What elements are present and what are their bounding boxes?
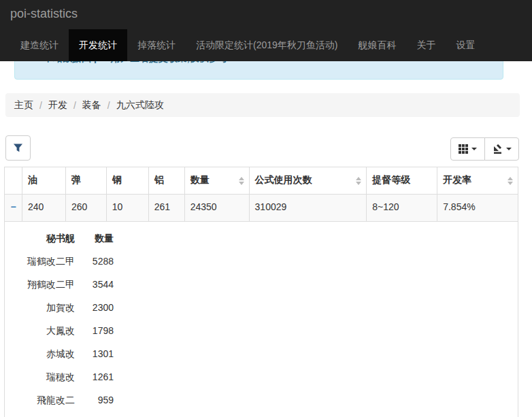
cell-recipe-uses: 310029	[249, 195, 367, 221]
column-header-hq-level: 提督等级	[366, 167, 437, 194]
collapse-row-toggle[interactable]: −	[5, 195, 22, 221]
breadcrumb-current-item: 九六式陸攻	[116, 99, 164, 112]
nav-item-drop[interactable]: 掉落统计	[127, 29, 186, 61]
nav-item-wiki[interactable]: 舰娘百科	[348, 29, 406, 61]
detail-row: 瑞穂改 1261	[6, 366, 512, 389]
columns-dropdown-button[interactable]	[450, 137, 485, 161]
export-icon	[493, 144, 503, 154]
nav-item-about[interactable]: 关于	[406, 29, 446, 61]
detail-ship-name: 瑞穂改	[6, 366, 75, 389]
detail-row: 瑞鶴改二甲 5288	[6, 250, 512, 273]
table-row: − 240 260 10 261 24350 310029 8~120 7.85…	[5, 194, 518, 221]
column-header-bauxite: 铝	[148, 167, 184, 194]
detail-row: 飛龍改二 959	[6, 389, 512, 412]
column-header-recipe-uses[interactable]: 公式使用次数	[249, 167, 367, 194]
column-header-fuel: 油	[22, 167, 65, 194]
detail-ship-name: 秋津洲改	[6, 412, 75, 417]
detail-header-row: 秘书舰 数量	[6, 227, 512, 250]
breadcrumb: 主页 / 开发 / 装备 / 九六式陸攻	[5, 93, 520, 117]
column-header-count[interactable]: 数量	[184, 167, 249, 194]
detail-header-count: 数量	[75, 227, 114, 250]
detail-row: 赤城改 1301	[6, 343, 512, 366]
detail-ship-count: 1301	[75, 343, 114, 366]
column-header-steel: 钢	[106, 167, 148, 194]
sort-icon[interactable]	[239, 177, 244, 185]
main-nav: 建造统计 开发统计 掉落统计 活动限定统计(2019年秋刀鱼活动) 舰娘百科 关…	[10, 29, 485, 61]
column-header-dev-rate[interactable]: 开发率	[437, 167, 518, 194]
cell-hq-level: 8~120	[366, 195, 437, 221]
nav-item-development[interactable]: 开发统计	[69, 29, 127, 61]
detail-row: 大鳳改 1798	[6, 320, 512, 343]
cell-bauxite: 261	[148, 195, 184, 221]
detail-ship-name: 赤城改	[6, 343, 75, 366]
cell-fuel: 240	[22, 195, 65, 221]
detail-ship-name: 瑞鶴改二甲	[6, 250, 75, 273]
chevron-down-icon	[471, 148, 477, 150]
grid-icon	[459, 144, 468, 154]
funnel-icon	[13, 143, 23, 153]
filter-button[interactable]	[5, 135, 31, 161]
detail-ship-count: 3544	[75, 273, 114, 297]
chevron-down-icon	[506, 148, 512, 150]
detail-ship-name: 大鳳改	[6, 320, 75, 343]
detail-row: 秋津洲改 743	[6, 412, 512, 417]
navbar: poi-statistics 建造统计 开发统计 掉落统计 活动限定统计(201…	[0, 0, 532, 61]
breadcrumb-separator: /	[107, 100, 110, 111]
breadcrumb-equipment[interactable]: 装备	[82, 99, 101, 112]
detail-row: 加賀改 2300	[6, 297, 512, 320]
detail-ship-count: 743	[75, 412, 114, 417]
detail-header-ship: 秘书舰	[6, 227, 75, 250]
detail-row: 翔鶴改二甲 3544	[6, 273, 512, 297]
page: 本站数据由 poi 用户匿名提交收集,仅供参考 × poi-statistics…	[0, 0, 532, 417]
cell-ammo: 260	[65, 195, 106, 221]
breadcrumb-home[interactable]: 主页	[14, 99, 33, 112]
detail-ship-name: 飛龍改二	[6, 389, 75, 412]
expanded-detail-row: 秘书舰 数量 瑞鶴改二甲 5288 翔鶴改二甲 3544 加賀改 2300 大鳳…	[5, 221, 518, 417]
nav-item-event[interactable]: 活动限定统计(2019年秋刀鱼活动)	[186, 29, 348, 61]
column-header-ammo: 弹	[65, 167, 106, 194]
nav-item-settings[interactable]: 设置	[446, 29, 485, 61]
breadcrumb-separator: /	[39, 100, 42, 111]
sort-icon[interactable]	[356, 177, 361, 185]
export-dropdown-button[interactable]	[484, 137, 519, 161]
detail-ship-name: 翔鶴改二甲	[6, 273, 75, 297]
results-table: 油 弹 钢 铝 数量 公式使用次数 提督等级 开发率 − 240 260 10 …	[4, 167, 518, 417]
cell-count: 24350	[184, 195, 249, 221]
cell-steel: 10	[106, 195, 148, 221]
breadcrumb-development[interactable]: 开发	[48, 99, 67, 112]
sort-icon[interactable]	[508, 177, 513, 185]
table-header-row: 油 弹 钢 铝 数量 公式使用次数 提督等级 开发率	[5, 167, 518, 194]
detail-ship-count: 1261	[75, 366, 114, 389]
brand-title[interactable]: poi-statistics	[10, 7, 78, 20]
detail-ship-count: 2300	[75, 297, 114, 320]
detail-ship-name: 加賀改	[6, 297, 75, 320]
breadcrumb-separator: /	[73, 100, 76, 111]
column-header-expand	[5, 167, 22, 194]
table-toolbar	[450, 137, 519, 161]
cell-dev-rate: 7.854%	[437, 195, 518, 221]
nav-item-construction[interactable]: 建造统计	[10, 29, 69, 61]
detail-ship-count: 5288	[75, 250, 114, 273]
detail-ship-count: 959	[75, 389, 114, 412]
detail-ship-count: 1798	[75, 320, 114, 343]
